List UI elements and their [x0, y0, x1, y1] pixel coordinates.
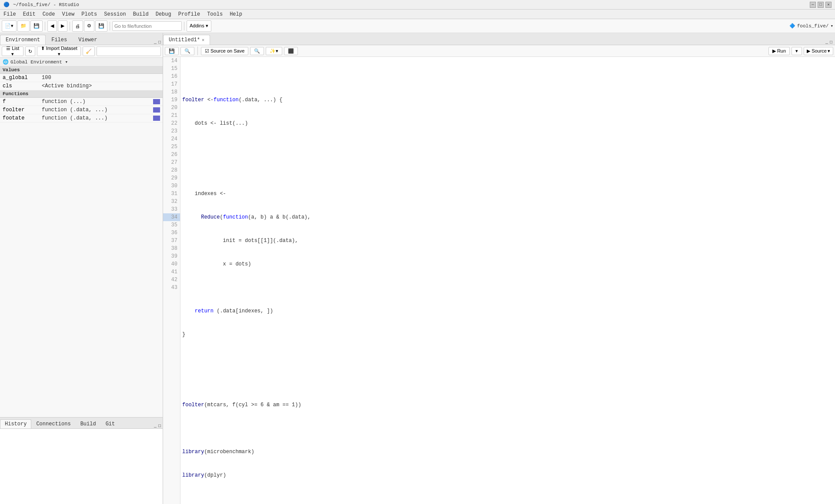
global-env-text[interactable]: Global Environment ▾ [10, 59, 68, 65]
tab-untitled1[interactable]: Untitled1* ✕ [163, 35, 210, 45]
import-dataset-btn[interactable]: ⬆ Import Dataset ▾ [37, 46, 81, 56]
tab-connections[interactable]: Connections [31, 419, 75, 428]
ln-25: 25 [163, 143, 180, 151]
code-line-27 [182, 378, 833, 385]
menu-bar: File Edit Code View Plots Session Build … [0, 10, 835, 19]
ln-16: 16 [163, 73, 180, 80]
ln-21: 21 [163, 112, 180, 119]
menu-profile[interactable]: Profile [175, 10, 204, 18]
ln-35: 35 [163, 221, 180, 229]
var-footate[interactable]: footate function (.data, ...) [0, 114, 163, 123]
window-title: ~/fools_five/ - RStudio [13, 2, 79, 7]
print-btn[interactable]: 🖨 [72, 20, 83, 32]
ln-36: 36 [163, 229, 180, 237]
menu-session[interactable]: Session [100, 10, 129, 18]
close-btn[interactable]: ✕ [825, 2, 832, 8]
code-line-30: library(microbenchmark) [182, 448, 833, 456]
code-line-24: return (.data[indexes, ]) [182, 307, 833, 315]
title-bar: 🔵 ~/fools_five/ - RStudio — □ ✕ [0, 0, 835, 10]
forward-btn[interactable]: ▶ [58, 20, 67, 32]
save-btn[interactable]: 💾 [30, 20, 43, 32]
editor-save-btn[interactable]: 💾 [165, 47, 179, 55]
project-dropdown-icon[interactable]: ▾ [830, 23, 833, 29]
lb-collapse-btn[interactable]: _ [154, 424, 157, 428]
run-btn[interactable]: ▶ Run [768, 47, 790, 55]
list-view-btn[interactable]: ☰ List ▾ [2, 46, 23, 56]
editor-toolbar: 💾 🔍 ☑ Source on Save 🔍 ✨▾ ⬛ ▶ Run ▾ ▶ So… [163, 45, 835, 57]
code-content[interactable]: foolter <-function(.data, ...) { dots <-… [180, 57, 835, 504]
editor-collapse-btn[interactable]: _ [825, 40, 828, 45]
project-icon: 🔷 [789, 23, 795, 29]
save2-btn[interactable]: 💾 [95, 20, 107, 32]
footate-icon [153, 116, 160, 121]
editor-expand-btn[interactable]: □ [830, 40, 832, 45]
tab-build-lb[interactable]: Build [76, 419, 101, 428]
menu-file[interactable]: File [0, 10, 20, 18]
source-on-save-label: Source on Save [210, 48, 244, 53]
addins-btn[interactable]: Addins ▾ [187, 20, 211, 32]
editor-stop-btn[interactable]: ⬛ [284, 47, 298, 55]
env-expand-btn[interactable]: □ [158, 40, 161, 45]
values-header: Values [0, 66, 163, 74]
ln-41: 41 [163, 268, 180, 276]
var-name-footate: footate [3, 115, 42, 121]
editor-tabs: Untitled1* ✕ _ □ [163, 33, 835, 45]
editor-options-btn[interactable]: 🔍 [250, 47, 264, 55]
tab-history[interactable]: History [0, 419, 31, 428]
project-name: fools_five/ [797, 23, 829, 29]
main-layout: Environment Files Viewer _ □ ☰ List ▾ ↻ … [0, 33, 835, 504]
code-editor: 14 15 16 17 18 19 20 21 22 23 24 25 26 2… [163, 57, 835, 504]
run-down-btn[interactable]: ▾ [792, 47, 802, 55]
var-foolter[interactable]: foolter function (.data, ...) [0, 106, 163, 114]
menu-code[interactable]: Code [39, 10, 59, 18]
menu-tools[interactable]: Tools [204, 10, 226, 18]
menu-view[interactable]: View [58, 10, 78, 18]
functions-header: Functions [0, 90, 163, 98]
code-line-29 [182, 424, 833, 432]
right-panel: Untitled1* ✕ _ □ 💾 🔍 ☑ Source on Save � [163, 33, 835, 504]
tab-untitled1-close[interactable]: ✕ [202, 37, 204, 43]
var-cls[interactable]: cls <Active binding> [0, 82, 163, 90]
ln-24: 24 [163, 135, 180, 143]
menu-plots[interactable]: Plots [78, 10, 100, 18]
var-name-f: f [3, 99, 42, 105]
tab-files[interactable]: Files [46, 35, 73, 45]
editor-magic-btn[interactable]: ✨▾ [266, 47, 282, 55]
menu-edit[interactable]: Edit [20, 10, 39, 18]
globe-icon: 🌐 [3, 59, 9, 65]
editor-search-btn[interactable]: 🔍 [180, 47, 194, 55]
var-val-f: function (...) [42, 99, 153, 105]
lb-expand-btn[interactable]: □ [158, 424, 161, 428]
menu-debug[interactable]: Debug [152, 10, 175, 18]
left-bottom-content [0, 429, 163, 504]
new-file-btn[interactable]: 📄▾ [2, 20, 17, 32]
var-val-a-global: 100 [42, 75, 160, 81]
tab-environment[interactable]: Environment [0, 35, 46, 45]
clear-env-btn[interactable]: 🧹 [83, 46, 95, 56]
ln-33: 33 [163, 206, 180, 213]
sep1 [45, 22, 45, 30]
options-btn[interactable]: ⚙ [84, 20, 94, 32]
back-btn[interactable]: ◀ [47, 20, 57, 32]
source-on-save-btn[interactable]: ☑ Source on Save [201, 47, 248, 55]
left-bottom-panel: History Connections Build Git _ □ [0, 417, 163, 504]
code-line-17 [182, 143, 833, 151]
var-name-foolter: foolter [3, 107, 42, 113]
var-a-global[interactable]: a_global 100 [0, 74, 163, 82]
maximize-btn[interactable]: □ [818, 2, 824, 8]
code-line-14 [182, 73, 833, 80]
env-collapse-btn[interactable]: _ [154, 40, 157, 45]
source-btn[interactable]: ▶ Source ▾ [804, 47, 833, 55]
tab-git[interactable]: Git [101, 419, 120, 428]
minimize-btn[interactable]: — [810, 2, 816, 8]
tab-viewer[interactable]: Viewer [73, 35, 103, 45]
menu-build[interactable]: Build [130, 10, 152, 18]
menu-help[interactable]: Help [226, 10, 246, 18]
go-to-file-input[interactable] [112, 21, 182, 31]
code-line-16: dots <- list(...) [182, 119, 833, 127]
env-search-input[interactable] [97, 46, 161, 56]
open-file-btn[interactable]: 📁 [17, 20, 30, 32]
var-f[interactable]: f function (...) [0, 98, 163, 106]
ln-29: 29 [163, 174, 180, 182]
refresh-env-btn[interactable]: ↻ [25, 46, 35, 56]
